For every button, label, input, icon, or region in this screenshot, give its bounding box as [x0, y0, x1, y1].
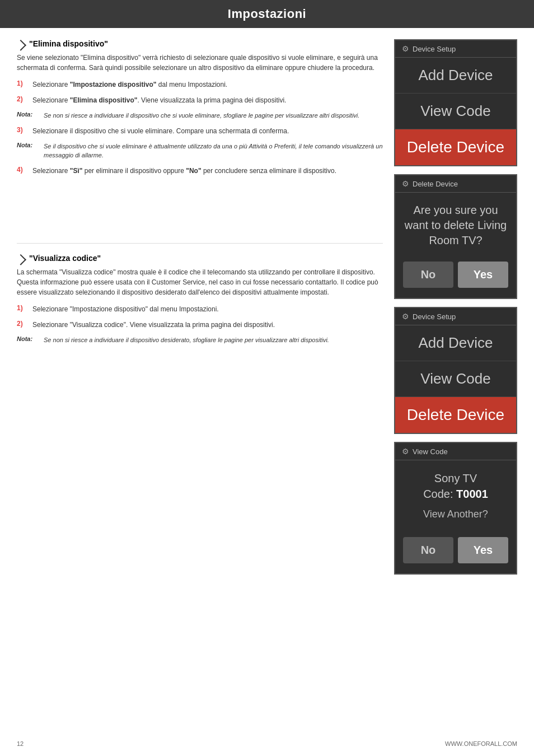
view-code-body: Sony TV Code: T0001 [395, 460, 516, 505]
step-num-3: 3) [17, 126, 27, 134]
panel2-header-label: Delete Device [413, 180, 458, 188]
panel2-header: ⚙ Delete Device [395, 175, 516, 193]
page-header: Impostazioni [0, 0, 534, 28]
view-code-yes-button[interactable]: Yes [458, 537, 508, 563]
step-4: 4) Selezionare "Sì" per eliminare il dis… [17, 166, 383, 176]
confirm-message: Are you sure you want to delete Living R… [395, 193, 516, 254]
note-text-1: Se non si riesce a individuare il dispos… [44, 111, 383, 120]
view-code-no-button[interactable]: No [403, 537, 453, 563]
s2-step-num-1: 1) [17, 304, 27, 312]
note-1: Nota: Se non si riesce a individuare il … [17, 111, 383, 120]
step-text-2: Selezionare "Elimina dispositivo". Viene… [32, 95, 383, 105]
delete-device-item-2[interactable]: Delete Device [395, 397, 516, 433]
right-column: ⚙ Device Setup Add Device View Code Dele… [394, 39, 517, 575]
view-code-item-2[interactable]: View Code [395, 361, 516, 397]
panel-view-code: ⚙ View Code Sony TV Code: T0001 View Ano… [394, 442, 517, 575]
section2-title: "Visualizza codice" [29, 254, 101, 263]
arrow-icon-1 [15, 40, 26, 51]
page-number: 12 [17, 740, 24, 747]
confirm-no-button[interactable]: No [403, 262, 453, 288]
gear-icon-4: ⚙ [402, 447, 409, 456]
s2-note-1: Nota: Se non si riesce a individuare il … [17, 335, 383, 345]
add-device-item-1[interactable]: Add Device [395, 58, 516, 94]
section1-body: Se viene selezionato "Elimina dispositiv… [17, 53, 383, 73]
s2-note-label-1: Nota: [17, 335, 38, 342]
confirm-yes-button[interactable]: Yes [458, 262, 508, 288]
panel3-header-label: Device Setup [413, 312, 456, 321]
code-value: T0001 [456, 488, 488, 500]
panel3-header: ⚙ Device Setup [395, 308, 516, 325]
step-num-1: 1) [17, 80, 27, 87]
panel1-header-label: Device Setup [413, 45, 456, 53]
section-divider [17, 243, 383, 244]
s2-note-text-1: Se non si riesce a individuare il dispos… [44, 335, 383, 345]
section1-title: "Elimina dispositivo" [29, 39, 108, 48]
add-device-item-2[interactable]: Add Device [395, 325, 516, 361]
view-another-label: View Another? [395, 505, 516, 529]
panel4-header-label: View Code [413, 447, 448, 456]
s2-step-2: 2) Selezionare "Visualizza codice". Vien… [17, 320, 383, 330]
note-label-1: Nota: [17, 111, 38, 118]
step-3: 3) Selezionare il dispositivo che si vuo… [17, 126, 383, 136]
view-code-buttons: No Yes [395, 529, 516, 573]
step-1: 1) Selezionare "Impostazione dispositivo… [17, 80, 383, 90]
gear-icon-1: ⚙ [402, 44, 409, 53]
delete-device-item-1[interactable]: Delete Device [395, 129, 516, 165]
section1-heading: "Elimina dispositivo" [17, 39, 383, 48]
main-layout: "Elimina dispositivo" Se viene seleziona… [0, 28, 534, 586]
step-text-4: Selezionare "Sì" per eliminare il dispos… [32, 166, 383, 176]
note-label-2: Nota: [17, 142, 38, 148]
s2-step-1: 1) Selezionare "Impostazione dispositivo… [17, 304, 383, 314]
panel4-header: ⚙ View Code [395, 443, 516, 460]
page-footer: 12 WWW.ONEFORALL.COM [17, 740, 517, 747]
website-url: WWW.ONEFORALL.COM [445, 740, 517, 747]
view-code-item-1[interactable]: View Code [395, 94, 516, 129]
section2-body: La schermata "Visualizza codice" mostra … [17, 267, 383, 297]
gear-icon-2: ⚙ [402, 179, 409, 188]
code-label: Code: [423, 488, 453, 500]
confirm-buttons: No Yes [395, 254, 516, 298]
gear-icon-3: ⚙ [402, 312, 409, 321]
page-title: Impostazioni [228, 7, 306, 21]
arrow-icon-2 [15, 254, 26, 265]
step-num-2: 2) [17, 95, 27, 103]
step-text-1: Selezionare "Impostazione dispositivo" d… [32, 80, 383, 90]
step-num-4: 4) [17, 166, 27, 174]
panel-delete-confirm: ⚙ Delete Device Are you sure you want to… [394, 174, 517, 299]
s2-step-text-1: Selezionare "Impostazione dispositivo" d… [32, 304, 383, 314]
s2-step-text-2: Selezionare "Visualizza codice". Viene v… [32, 320, 383, 330]
panel-device-setup-1: ⚙ Device Setup Add Device View Code Dele… [394, 39, 517, 166]
section2-heading: "Visualizza codice" [17, 254, 383, 263]
device-name-label: Sony TV [434, 472, 477, 484]
note-2: Nota: Se il dispositivo che si vuole eli… [17, 142, 383, 160]
step-text-3: Selezionare il dispositivo che si vuole … [32, 126, 383, 136]
left-column: "Elimina dispositivo" Se viene seleziona… [17, 39, 383, 575]
panel1-header: ⚙ Device Setup [395, 40, 516, 58]
step-2: 2) Selezionare "Elimina dispositivo". Vi… [17, 95, 383, 105]
note-text-2: Se il dispositivo che si vuole eliminare… [44, 142, 383, 160]
panel-device-setup-2: ⚙ Device Setup Add Device View Code Dele… [394, 307, 517, 434]
s2-step-num-2: 2) [17, 320, 27, 328]
